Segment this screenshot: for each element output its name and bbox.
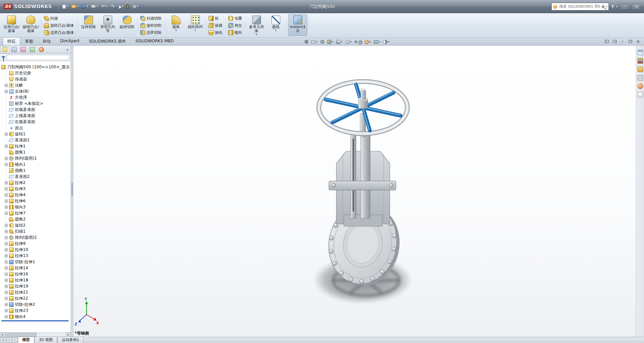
- qat-print-button[interactable]: ▾: [90, 2, 99, 10]
- tree-item-20[interactable]: 拉伸4: [0, 192, 71, 198]
- expander-plus-icon[interactable]: [5, 193, 8, 197]
- doc-pane-left-button[interactable]: [604, 39, 610, 44]
- ribbon-button-cut-extrude[interactable]: 拉伸切除: [79, 14, 98, 36]
- expander-plus-icon[interactable]: [5, 90, 8, 93]
- qat-select-button[interactable]: ▾: [117, 2, 124, 10]
- dropdown-caret-icon[interactable]: ▾: [96, 5, 98, 8]
- expander-plus-icon[interactable]: [5, 267, 8, 270]
- model-svg[interactable]: Y X Z: [73, 46, 636, 337]
- dropdown-caret-icon[interactable]: ▾: [332, 41, 333, 43]
- view-tool-edit-appearance-button[interactable]: ▾: [364, 39, 372, 45]
- tree-item-29[interactable]: 拉伸10: [0, 247, 71, 253]
- view-tool-view-orientation-button[interactable]: ▾: [335, 39, 343, 45]
- expander-plus-icon[interactable]: [5, 157, 8, 160]
- view-tool-display-style-button[interactable]: ▾: [344, 39, 353, 45]
- tree-item-10[interactable]: 旋转1: [0, 131, 71, 137]
- expander-plus-icon[interactable]: [5, 279, 8, 282]
- expander-plus-icon[interactable]: [5, 297, 8, 300]
- qat-new-button[interactable]: ▾: [61, 2, 69, 10]
- minimize-button[interactable]: –: [620, 4, 629, 10]
- tree-item-9[interactable]: 原点: [0, 125, 71, 131]
- doc-tab-nav-0[interactable]: «: [1, 338, 6, 343]
- qat-rebuild-button[interactable]: [125, 2, 130, 10]
- ribbon-button-cut-revolve[interactable]: 旋转切除: [118, 14, 137, 36]
- expander-plus-icon[interactable]: [5, 236, 8, 239]
- clamp-bar[interactable]: [329, 181, 396, 190]
- doc-restore-button[interactable]: [627, 39, 634, 44]
- tree-item-36[interactable]: 拉伸21: [0, 289, 71, 295]
- tab-features[interactable]: 特征: [3, 37, 20, 45]
- panel-tab-featuremanager[interactable]: [1, 46, 9, 53]
- expander-plus-icon[interactable]: [5, 242, 8, 245]
- qat-open-button[interactable]: ▾: [70, 2, 79, 10]
- tree-item-30[interactable]: 拉伸13: [0, 253, 71, 259]
- tree-item-37[interactable]: 拉伸22: [0, 295, 71, 301]
- qat-redo-button[interactable]: [109, 2, 116, 10]
- tree-item-6[interactable]: 前视基准面: [0, 107, 71, 113]
- tree-item-28[interactable]: 拉伸9: [0, 241, 71, 247]
- tree-item-39[interactable]: 拉伸23: [0, 307, 71, 314]
- expander-plus-icon[interactable]: [5, 145, 8, 148]
- doc-tab-0[interactable]: 模型: [18, 337, 34, 343]
- tree-item-4[interactable]: 方程序: [0, 94, 71, 100]
- dropdown-caret-icon[interactable]: ▾: [256, 33, 257, 36]
- ribbon-button-cut-boundary[interactable]: 边界切除: [140, 29, 164, 36]
- dropdown-caret-icon[interactable]: ▾: [77, 5, 78, 8]
- tab-ribbon-3[interactable]: DimXpert: [55, 37, 84, 45]
- tree-item-5[interactable]: 材质 <未指定>: [0, 100, 71, 107]
- tree-item-22[interactable]: 镜向3: [0, 204, 71, 210]
- tree-item-21[interactable]: 拉伸6: [0, 198, 71, 204]
- tree-item-11[interactable]: 基准面1: [0, 137, 71, 143]
- view-tool-zoom-fit-button[interactable]: [304, 39, 309, 45]
- ribbon-button-ref-geometry[interactable]: 参考几何体▾: [247, 14, 266, 37]
- ribbon-button-wrap[interactable]: 包覆: [228, 15, 244, 22]
- tab-ribbon-4[interactable]: SOLIDWORKS 插件: [84, 37, 130, 45]
- dropdown-caret-icon[interactable]: ▾: [106, 5, 107, 8]
- tree-item-16[interactable]: 倒角1: [0, 167, 71, 174]
- dropdown-caret-icon[interactable]: ▾: [195, 29, 196, 32]
- tree-item-40[interactable]: 镜向4: [0, 314, 71, 320]
- ribbon-button-shell[interactable]: 抽壳: [208, 29, 224, 36]
- expander-plus-icon[interactable]: [5, 84, 8, 87]
- help-search-box[interactable]: ▾: [551, 3, 609, 10]
- tree-item-32[interactable]: 拉伸14: [0, 265, 71, 271]
- expander-plus-icon[interactable]: [5, 224, 8, 227]
- tree-item-38[interactable]: 切除-拉伸2: [0, 301, 71, 307]
- panel-tab-propertymanager[interactable]: [10, 46, 18, 53]
- dropdown-caret-icon[interactable]: ▾: [369, 41, 371, 43]
- panel-tab-displaymanager[interactable]: [37, 46, 46, 53]
- ribbon-button-loft[interactable]: 放样凸台/基体: [43, 22, 76, 29]
- search-input[interactable]: [558, 4, 600, 9]
- expander-plus-icon[interactable]: [5, 248, 8, 251]
- graphics-area[interactable]: Y X Z *等轴测: [73, 46, 636, 337]
- panel-tabs-overflow-icon[interactable]: »: [65, 47, 70, 52]
- dropdown-caret-icon[interactable]: ▾: [86, 5, 88, 8]
- tree-item-35[interactable]: 拉伸19: [0, 283, 71, 289]
- expander-plus-icon[interactable]: [5, 163, 8, 166]
- tree-item-2[interactable]: 注解: [0, 82, 71, 88]
- close-button[interactable]: ×: [632, 4, 641, 10]
- tree-item-18[interactable]: 拉伸2: [0, 180, 71, 186]
- tree-item-25[interactable]: 旋转2: [0, 222, 71, 228]
- help-button[interactable]: ?: [611, 4, 614, 9]
- doc-tab-nav-1[interactable]: ‹: [6, 338, 12, 343]
- tree-horizontal-scrollbar[interactable]: [0, 332, 71, 337]
- tree-item-19[interactable]: 拉伸3: [0, 186, 71, 192]
- task-pane-appearances-button[interactable]: [637, 83, 644, 90]
- ribbon-button-intersect[interactable]: 相交: [228, 22, 244, 29]
- expander-plus-icon[interactable]: [5, 254, 8, 257]
- ribbon-button-cut-loft[interactable]: 放样切割: [140, 22, 164, 29]
- panel-tab-dimxpertmanager[interactable]: [28, 46, 37, 53]
- tree-item-12[interactable]: 拉伸1: [0, 143, 71, 149]
- tree-root-item[interactable]: 刀型闸阀500 (100<<100>_显示: [0, 64, 71, 70]
- expander-plus-icon[interactable]: [5, 133, 8, 136]
- tree-item-14[interactable]: 阵列(圆周)1: [0, 155, 71, 161]
- ribbon-button-hole-wizard[interactable]: 异型孔向导: [98, 14, 117, 36]
- expander-plus-icon[interactable]: [5, 230, 8, 233]
- tree-item-17[interactable]: 基准面2: [0, 174, 71, 180]
- dropdown-caret-icon[interactable]: ▾: [316, 41, 317, 43]
- tree-item-7[interactable]: 上视基准面: [0, 113, 71, 119]
- task-pane-view-palette-button[interactable]: [637, 74, 644, 81]
- app-logo[interactable]: DS SOLIDWORKS: [0, 4, 56, 9]
- search-caret-icon[interactable]: ▾: [606, 5, 607, 8]
